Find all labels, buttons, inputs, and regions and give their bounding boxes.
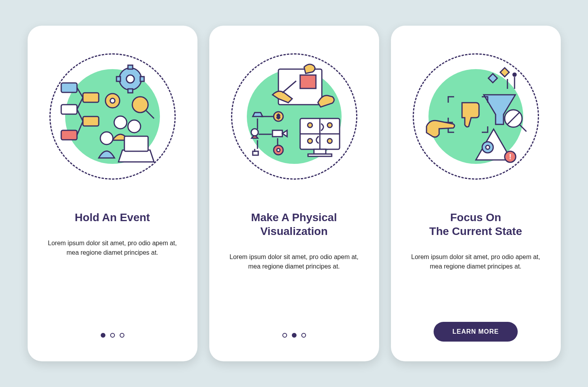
svg-point-1 [126,75,134,83]
svg-line-12 [77,98,83,109]
svg-point-15 [114,116,127,129]
svg-rect-20 [300,75,316,88]
screen-title: Hold An Event [75,210,150,224]
svg-rect-8 [61,105,77,114]
onboarding-screen-2: $ [209,26,379,361]
page-dot-2[interactable] [292,333,297,338]
illustration-hold-event [49,53,176,180]
svg-rect-6 [61,83,77,92]
screen-description: Lorem ipsum dolor sit amet, pro odio ape… [45,239,180,257]
svg-rect-39 [314,149,326,154]
svg-point-38 [327,139,332,143]
svg-point-3 [110,98,115,103]
learn-more-button[interactable]: LEARN MORE [434,322,518,342]
svg-point-17 [100,132,113,145]
svg-rect-10 [61,130,77,140]
svg-point-4 [132,97,148,113]
page-indicator [282,333,306,338]
screen-title: Make A Physical Visualization [251,210,337,238]
focus-state-icon: ! [417,57,535,176]
page-dot-2[interactable] [110,333,115,338]
page-indicator [101,333,124,338]
svg-line-5 [146,111,154,118]
svg-text:!: ! [509,153,511,161]
illustration-physical-viz: $ [231,53,357,180]
screen-description: Lorem ipsum dolor sit amet, pro odio ape… [409,252,543,271]
svg-point-26 [277,148,280,152]
svg-text:$: $ [277,113,280,120]
page-dot-1[interactable] [101,333,105,338]
physical-visualization-icon: $ [235,57,353,176]
onboarding-screen-3: ! Focus On The Current State Lorem ipsum… [391,26,561,361]
screen-title: Focus On The Current State [429,210,522,238]
svg-point-52 [486,145,490,149]
page-dot-3[interactable] [120,333,124,338]
svg-rect-9 [83,116,99,126]
page-dot-3[interactable] [301,333,306,338]
svg-point-36 [327,123,332,128]
illustration-focus-state: ! [413,53,539,180]
event-process-icon [53,57,172,176]
svg-point-24 [251,129,258,136]
screen-description: Lorem ipsum dolor sit amet, pro odio ape… [227,252,361,271]
svg-rect-18 [124,136,148,151]
svg-line-48 [520,125,526,132]
svg-point-16 [128,120,141,133]
svg-point-45 [513,73,516,76]
svg-rect-7 [83,93,99,102]
svg-point-37 [308,139,312,143]
svg-line-14 [77,121,83,135]
svg-line-13 [77,109,83,121]
onboarding-screen-1: Hold An Event Lorem ipsum dolor sit amet… [28,26,197,361]
svg-line-11 [77,88,83,98]
svg-rect-41 [488,74,497,83]
svg-point-35 [308,123,312,128]
svg-rect-40 [308,154,332,156]
page-dot-1[interactable] [282,333,287,338]
svg-rect-42 [500,68,509,77]
